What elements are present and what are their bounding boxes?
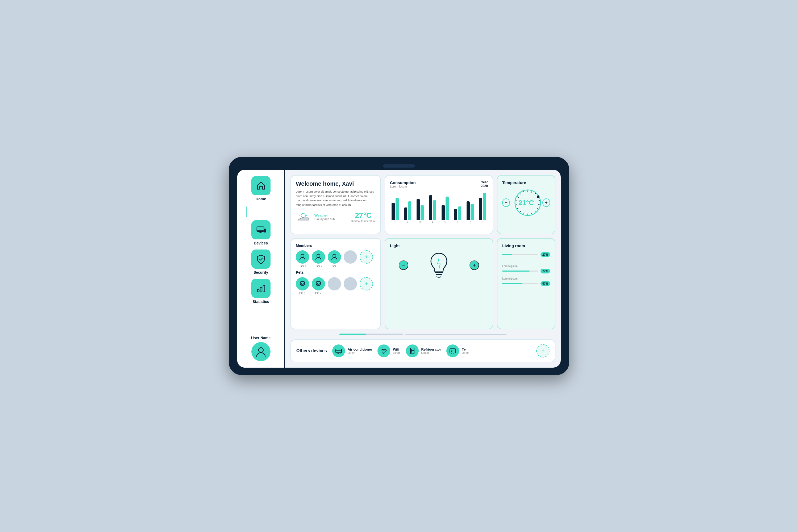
sidebar-divider [246, 206, 247, 217]
device-notch [237, 165, 561, 168]
pets-title: Pets [296, 270, 376, 274]
svg-line-60 [451, 351, 453, 352]
svg-rect-4 [264, 229, 265, 232]
add-device-button[interactable]: + [536, 344, 550, 358]
sidebar-label-statistics: Statistics [252, 300, 269, 304]
light-minus-button[interactable]: − [399, 261, 408, 270]
member-user2: User 2 [312, 250, 325, 268]
members-card: Members User 1 [290, 238, 381, 329]
light-plus-button[interactable]: + [470, 261, 479, 270]
temp-plus-button[interactable]: + [543, 198, 550, 207]
temp-minus-button[interactable]: − [502, 198, 510, 207]
devices-icon [251, 220, 270, 240]
bar-dark-3 [417, 199, 420, 220]
others-title: Others devices [296, 348, 327, 353]
member-empty1 [344, 250, 357, 264]
weather-label: Weather [315, 213, 335, 217]
wifi-icon [377, 344, 390, 357]
weather-sub: Cloudy and sun [315, 217, 335, 221]
sidebar-item-devices[interactable]: Devices [241, 220, 281, 247]
living-room-title: Living room [502, 243, 550, 248]
pet1-label: Pet 1 [299, 291, 305, 294]
slider-fill-3 [502, 283, 522, 284]
statistics-icon [251, 279, 270, 298]
pet-empty-avatar-1 [328, 277, 341, 290]
temperature-card: Temperature − [497, 175, 555, 234]
pet2-avatar [312, 277, 325, 290]
svg-point-51 [383, 353, 384, 354]
svg-point-36 [333, 254, 336, 258]
svg-rect-56 [450, 349, 456, 353]
slider-row-1: 27% [502, 252, 550, 257]
bar-dark-8 [479, 198, 482, 220]
living-room-card: Living room 27% Lorem ipsum [497, 238, 555, 329]
add-pet-button[interactable]: + [360, 277, 373, 290]
sidebar-label-home: Home [255, 197, 266, 201]
fridge-name: Refrigerator [421, 347, 441, 352]
wifi-sub: Lorem [393, 352, 400, 354]
svg-line-45 [439, 264, 440, 269]
tv-name: Tv [462, 347, 469, 352]
device-info-wifi: Wifi Lorem [393, 347, 400, 354]
bar-label-6: 6 [457, 221, 459, 224]
wifi-name: Wifi [393, 347, 400, 352]
bar-dark-2 [404, 208, 407, 220]
slider-fill-1 [502, 254, 512, 255]
device-info-tv: Tv Lorem [462, 347, 469, 354]
ac-sub: Lorem [348, 352, 372, 354]
scroll-indicator [290, 334, 555, 335]
bar-label-2: 2 [407, 221, 408, 224]
add-member-button[interactable]: + [360, 250, 373, 264]
bar-teal-1 [396, 198, 399, 220]
security-icon [251, 249, 270, 269]
sidebar-label-devices: Devices [254, 241, 268, 245]
slider-badge-3: 57% [540, 281, 550, 286]
sidebar-item-security[interactable]: Security [241, 249, 281, 277]
svg-point-37 [301, 283, 302, 284]
outdoor-temp-value: 27°C [351, 211, 376, 220]
bar-pair-5 [441, 188, 449, 220]
sidebar-item-statistics[interactable]: Statistics [241, 279, 281, 306]
sidebar-label-security: Security [253, 270, 268, 274]
user1-label: User 1 [299, 265, 306, 268]
slider-track-2[interactable] [502, 270, 538, 271]
sidebar-item-home[interactable]: Home [241, 176, 281, 203]
bulb-icon [425, 251, 452, 280]
thermo-dial: 21°C [513, 188, 539, 217]
pets-row: Pet 1 Pet 2 [296, 277, 376, 294]
slider-track-1[interactable] [502, 254, 538, 255]
sidebar: Home Devices [237, 170, 285, 367]
empty-avatar-1 [344, 250, 357, 264]
home-icon [251, 176, 270, 195]
bar-teal-3 [421, 205, 424, 220]
user-avatar-icon[interactable] [251, 342, 270, 361]
pet-empty-avatar-2 [344, 277, 357, 290]
pet-add[interactable]: + [360, 277, 373, 290]
scroll-bar[interactable] [339, 334, 403, 335]
outdoor-temp-display: 27°C Outdoor temperature [351, 211, 376, 223]
member-add[interactable]: + [360, 250, 373, 264]
svg-point-34 [301, 254, 304, 258]
slider-track-3[interactable] [502, 283, 538, 284]
slider-badge-2: 77% [540, 269, 550, 273]
consumption-title: Consumption [390, 180, 416, 185]
svg-rect-7 [263, 285, 265, 292]
slider-row-2: 77% [502, 269, 550, 273]
slider-fill-2 [502, 270, 530, 271]
bar-group-6: 6 [453, 188, 463, 224]
bar-pair-1 [392, 188, 399, 220]
bar-group-7: 7 [465, 188, 475, 224]
svg-line-49 [340, 353, 341, 354]
outdoor-temp-label: Outdoor temperature [351, 220, 376, 223]
top-row: Welcome home, Xavi Lorem ipsum dolor sit… [290, 175, 555, 234]
slider-row-3: 57% [502, 281, 550, 286]
bar-pair-2 [404, 188, 411, 220]
scroll-thumb [339, 334, 366, 335]
temp-value: 21°C [518, 199, 534, 207]
welcome-card: Welcome home, Xavi Lorem ipsum dolor sit… [290, 175, 381, 234]
notch-bar [383, 165, 415, 168]
user3-avatar [328, 250, 341, 264]
bar-group-5: 5 [440, 188, 450, 224]
bar-dark-6 [454, 209, 457, 220]
bar-dark-7 [467, 201, 470, 220]
